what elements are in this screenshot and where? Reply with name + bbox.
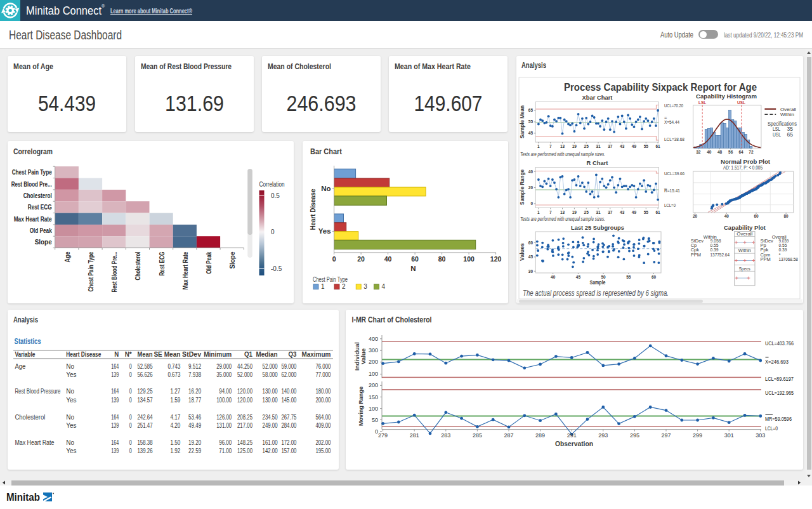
svg-text:R Chart: R Chart [587,160,608,166]
svg-text:242.64: 242.64 [138,414,153,421]
svg-text:246.693: 246.693 [287,91,357,116]
svg-text:40: 40 [724,214,730,218]
svg-text:Cholesterol: Cholesterol [23,192,52,199]
svg-text:LCL=38.68: LCL=38.68 [664,136,684,142]
svg-text:43: 43 [620,210,625,215]
svg-text:150: 150 [369,394,378,400]
svg-text:55: 55 [528,119,534,124]
svg-text:65: 65 [787,131,794,138]
svg-text:139: 139 [111,371,119,378]
svg-text:1.27: 1.27 [170,388,180,395]
svg-text:3: 3 [363,283,367,290]
svg-text:0.5: 0.5 [271,192,280,199]
svg-text:4: 4 [382,283,386,290]
svg-text:49.49: 49.49 [188,422,201,429]
svg-text:Max Heart Rate: Max Heart Rate [15,439,54,446]
svg-text:Value: Value [360,348,367,364]
svg-text:Capability Plot: Capability Plot [724,225,766,231]
svg-text:0: 0 [129,422,132,429]
svg-text:52.000: 52.000 [263,363,278,370]
svg-text:40: 40 [707,150,712,154]
svg-text:37: 37 [608,210,613,215]
svg-text:0.673: 0.673 [167,371,180,378]
svg-text:60: 60 [754,214,759,218]
svg-text:164: 164 [111,414,119,421]
svg-text:1: 1 [537,210,540,215]
svg-text:195.00: 195.00 [315,447,331,454]
svg-text:0: 0 [129,439,132,446]
svg-text:129.25: 129.25 [138,388,153,395]
svg-text:UCL=403.766: UCL=403.766 [765,340,794,347]
svg-text:61: 61 [656,144,661,149]
svg-text:234.50: 234.50 [263,414,278,421]
svg-text:Last 25 Subgroups: Last 25 Subgroups [571,225,624,231]
svg-text:31: 31 [596,210,601,215]
svg-text:Learn more about Minitab Conne: Learn more about Minitab Connect® [110,7,192,15]
svg-text:LCL=0: LCL=0 [765,425,778,432]
svg-text:126.00: 126.00 [216,414,232,421]
svg-text:59.000: 59.000 [281,363,296,370]
svg-text:283: 283 [441,432,450,439]
svg-text:564.00: 564.00 [315,414,331,421]
svg-text:0: 0 [129,388,132,395]
svg-text:Slope: Slope [35,238,52,246]
svg-text:62.000: 62.000 [281,371,296,378]
svg-text:52.000: 52.000 [237,371,252,378]
svg-text:139: 139 [111,422,119,429]
svg-text:Chest Pain Type: Chest Pain Type [313,275,348,283]
svg-text:Analysis: Analysis [13,315,38,324]
svg-text:60: 60 [652,275,657,279]
svg-text:60: 60 [411,255,419,263]
svg-text:Slope: Slope [228,252,236,269]
svg-text:40: 40 [384,255,392,263]
svg-text:299: 299 [693,432,702,439]
svg-text:Mean of Rest Blood Pressure: Mean of Rest Blood Pressure [141,62,232,71]
svg-text:Age: Age [15,363,25,370]
svg-text:164: 164 [111,363,119,370]
svg-text:PPM: PPM [691,252,701,258]
svg-text:13: 13 [560,144,565,149]
svg-text:No: No [66,439,74,446]
svg-text:Mean of Age: Mean of Age [13,62,53,71]
svg-text:Minitab Connect: Minitab Connect [26,4,102,17]
svg-text:37: 37 [608,144,613,149]
svg-text:Sample Mean: Sample Mean [519,105,525,138]
svg-text:43: 43 [620,144,625,149]
svg-text:Bar Chart: Bar Chart [310,147,343,156]
svg-text:Observation: Observation [555,440,593,447]
svg-text:131.69: 131.69 [165,91,224,116]
svg-text:4.20: 4.20 [170,422,180,429]
svg-text:139: 139 [111,397,119,404]
svg-text:295: 295 [630,432,639,439]
svg-text:52.585: 52.585 [138,363,153,370]
svg-text:Correlation: Correlation [259,180,285,188]
svg-text:Yes: Yes [66,422,76,429]
svg-text:20: 20 [693,214,698,218]
svg-text:120: 120 [490,255,502,263]
svg-text:Max Heart Rate: Max Heart Rate [14,215,52,223]
svg-text:148.25: 148.25 [237,439,252,446]
svg-text:Chest Pain Type: Chest Pain Type [87,252,95,292]
svg-text:Rest Blood Pre...: Rest Blood Pre... [110,252,118,293]
svg-text:20: 20 [357,255,365,263]
svg-text:137068.58: 137068.58 [778,256,798,262]
svg-text:7.938: 7.938 [188,371,201,378]
svg-text:1.92: 1.92 [170,447,180,454]
svg-text:125.00: 125.00 [237,447,252,454]
svg-text:Yes: Yes [66,447,76,454]
svg-text:7: 7 [549,210,552,215]
svg-text:2: 2 [342,283,346,290]
svg-text:7: 7 [549,144,552,149]
svg-text:287: 287 [504,432,513,439]
svg-text:157.00: 157.00 [281,447,296,454]
svg-text:19: 19 [572,144,577,149]
svg-text:PPM: PPM [760,256,770,262]
svg-text:Moving Range: Moving Range [357,387,364,426]
svg-text:18.77: 18.77 [188,397,201,404]
svg-text:400: 400 [369,336,378,342]
svg-text:No: No [66,414,74,421]
svg-text:N*: N* [125,351,132,358]
svg-text:200: 200 [369,382,378,388]
svg-text:Xbar Chart: Xbar Chart [582,95,613,101]
svg-text:StDev: StDev [182,351,201,358]
